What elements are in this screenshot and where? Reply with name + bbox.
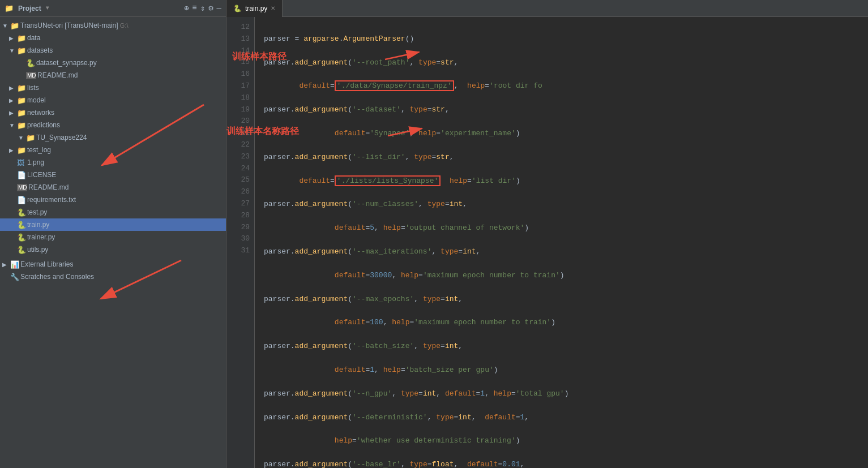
tree-item-utils-py[interactable]: 🐍 utils.py (0, 243, 226, 256)
tree-item-test-log[interactable]: ▶ 📁 test_log (0, 144, 226, 156)
tree-item-predictions[interactable]: ▼ 📁 predictions (0, 119, 226, 131)
requirements-icon: 📄 (17, 196, 27, 204)
lists-arrow: ▶ (9, 85, 17, 91)
annotation-line18: 训练样本名称路径 (226, 126, 299, 138)
model-label: model (27, 96, 46, 104)
file-tree: ▼ 📁 TransUNet-ori [TransUNet-main] G:\ ▶… (0, 17, 226, 468)
tree-item-trainer-py[interactable]: 🐍 trainer.py (0, 231, 226, 243)
tree-item-readme-datasets[interactable]: MD README.md (0, 69, 226, 81)
datasets-arrow: ▼ (9, 48, 17, 54)
utils-py-label: utils.py (27, 246, 48, 254)
editor-main: 🐍 train.py ✕ 12 13 14 15 16 17 18 19 20 … (226, 0, 868, 468)
sidebar-icons: ⊕ ≡ ⇕ ⚙ — (184, 3, 221, 13)
scratches-icon: 🔧 (10, 273, 20, 281)
tree-item-model[interactable]: ▶ 📁 model (0, 94, 226, 106)
dataset-synapse-label: dataset_synapse.py (36, 59, 97, 67)
datasets-folder-icon: 📁 (17, 46, 27, 55)
tree-item-datasets[interactable]: ▼ 📁 datasets (0, 44, 226, 57)
code-line-14: default='./data/Synapse/train_npz', help… (264, 80, 859, 92)
predictions-folder-icon: 📁 (17, 121, 27, 130)
data-arrow: ▶ (9, 35, 17, 41)
data-folder-icon: 📁 (17, 34, 27, 42)
tree-item-external-libs[interactable]: ▶ 📊 External Libraries (0, 258, 226, 271)
sidebar-folder-icon: 📁 (5, 4, 14, 13)
settings-icon[interactable]: ⚙ (208, 3, 213, 13)
requirements-label: requirements.txt (27, 196, 76, 204)
sidebar-dropdown-icon[interactable]: ▼ (46, 5, 49, 11)
tree-item-scratches[interactable]: 🔧 Scratches and Consoles (0, 271, 226, 283)
code-line-28: parser.add_argument('--deterministic', t… (264, 412, 859, 424)
sidebar-title: Project (18, 5, 41, 12)
test-py-label: test.py (27, 208, 47, 216)
tree-item-requirements[interactable]: 📄 requirements.txt (0, 194, 226, 206)
model-arrow: ▶ (9, 97, 17, 104)
scroll-icon[interactable]: ⇕ (200, 3, 205, 13)
scratches-label: Scratches and Consoles (20, 273, 94, 281)
code-line-21: parser.add_argument('--max_iterations', … (264, 246, 859, 258)
code-lines: parser = argparse.ArgumentParser() parse… (255, 17, 868, 468)
code-line-19: parser.add_argument('--num_classes', typ… (264, 199, 859, 211)
minimize-icon[interactable]: — (217, 3, 221, 13)
tab-train-py[interactable]: 🐍 train.py ✕ (226, 0, 283, 17)
tu-synapse-folder-icon: 📁 (26, 134, 36, 142)
tree-item-1png[interactable]: 🖼 1.png (0, 156, 226, 169)
root-folder-icon: 📁 (10, 22, 20, 30)
tree-item-data[interactable]: ▶ 📁 data (0, 32, 226, 44)
readme-root-icon: MD (17, 184, 27, 191)
code-line-27: parser.add_argument('--n_gpu', type=int,… (264, 388, 859, 400)
tu-synapse-arrow: ▼ (18, 135, 26, 141)
code-line-16: default='Synapse', help='experiment_name… (264, 128, 859, 140)
annotation-line14: 训练样本路径 (232, 51, 287, 63)
license-icon: 📄 (17, 171, 27, 179)
predictions-arrow: ▼ (9, 122, 17, 128)
tree-item-lists[interactable]: ▶ 📁 lists (0, 81, 226, 94)
trainer-py-icon: 🐍 (17, 233, 27, 242)
tu-synapse-label: TU_Synapse224 (36, 134, 87, 141)
tree-item-test-py[interactable]: 🐍 test.py (0, 206, 226, 218)
tab-close-button[interactable]: ✕ (271, 5, 275, 11)
code-line-26: default=1, help='batch_size per gpu') (264, 364, 859, 376)
readme-root-label: README.md (28, 183, 69, 191)
code-line-15: parser.add_argument('--dataset', type=st… (264, 104, 859, 116)
ext-libs-label: External Libraries (20, 260, 73, 268)
tree-item-dataset-synapse[interactable]: 🐍 dataset_synapse.py (0, 57, 226, 69)
data-label: data (27, 34, 40, 42)
readme-datasets-icon: MD (26, 72, 36, 79)
datasets-label: datasets (27, 46, 53, 54)
code-line-17: parser.add_argument('--list_dir', type=s… (264, 152, 859, 164)
tree-item-tu-synapse[interactable]: ▼ 📁 TU_Synapse224 (0, 131, 226, 144)
predictions-label: predictions (27, 121, 60, 129)
tree-item-readme-root[interactable]: MD README.md (0, 181, 226, 194)
utils-py-icon: 🐍 (17, 246, 27, 254)
train-py-icon: 🐍 (17, 221, 27, 229)
code-line-18: default='./lists/lists_Synapse' help='li… (264, 175, 859, 187)
lists-folder-icon: 📁 (17, 84, 27, 92)
code-content: 12 13 14 15 16 17 18 19 20 21 22 23 24 2… (226, 17, 868, 468)
tree-item-train-py[interactable]: 🐍 train.py (0, 218, 226, 231)
networks-folder-icon: 📁 (17, 109, 27, 117)
root-label: TransUNet-ori [TransUNet-main] G:\ (20, 22, 129, 29)
tab-py-icon: 🐍 (233, 5, 242, 12)
dataset-synapse-icon: 🐍 (26, 59, 36, 67)
sidebar-header: 📁 Project ▼ ⊕ ≡ ⇕ ⚙ — (0, 0, 226, 17)
add-icon[interactable]: ⊕ (184, 3, 189, 13)
train-py-label: train.py (27, 221, 49, 229)
code-line-22: default=30000, help='maximum epoch numbe… (264, 270, 859, 282)
test-log-label: test_log (27, 146, 51, 154)
lists-label: lists (27, 84, 39, 92)
code-line-29: help='whether use deterministic training… (264, 435, 859, 447)
networks-arrow: ▶ (9, 110, 17, 116)
code-line-30: parser.add_argument('--base_lr', type=fl… (264, 459, 859, 468)
line-numbers: 12 13 14 15 16 17 18 19 20 21 22 23 24 2… (226, 17, 255, 468)
tree-item-license[interactable]: 📄 LICENSE (0, 169, 226, 181)
sidebar: 📁 Project ▼ ⊕ ≡ ⇕ ⚙ — ▼ 📁 TransUNet-ori … (0, 0, 226, 468)
tree-item-networks[interactable]: ▶ 📁 networks (0, 106, 226, 119)
1png-icon: 🖼 (17, 158, 27, 167)
layout-icon[interactable]: ≡ (192, 3, 196, 13)
code-editor[interactable]: 12 13 14 15 16 17 18 19 20 21 22 23 24 2… (226, 17, 868, 468)
1png-label: 1.png (27, 158, 44, 166)
code-line-24: default=100, help='maximum epoch number … (264, 317, 859, 329)
test-log-folder-icon: 📁 (17, 146, 27, 154)
root-item[interactable]: ▼ 📁 TransUNet-ori [TransUNet-main] G:\ (0, 19, 226, 32)
code-line-25: parser.add_argument('--batch_size', type… (264, 341, 859, 353)
